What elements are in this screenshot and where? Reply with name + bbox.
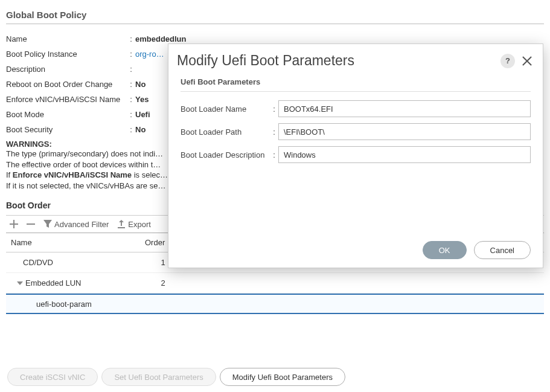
ok-button[interactable]: OK: [423, 241, 467, 259]
colon: :: [270, 104, 278, 114]
caret-down-icon[interactable]: [17, 281, 23, 285]
loader-name-input[interactable]: [278, 100, 531, 117]
add-button[interactable]: [10, 220, 18, 228]
modal-title: Modify Uefi Boot Parameters: [177, 53, 354, 69]
warning-text-bold: Enforce vNIC/vHBA/iSCSI Name: [13, 170, 132, 179]
warning-text: If: [6, 170, 13, 179]
colon: :: [270, 127, 278, 137]
colon: :: [127, 80, 135, 89]
export-button[interactable]: Export: [117, 220, 151, 229]
loader-path-label: Boot Loader Path: [181, 127, 270, 137]
prop-security-label: Boot Security: [6, 125, 127, 134]
colon: :: [270, 150, 278, 159]
cancel-button[interactable]: Cancel: [474, 241, 531, 259]
bottom-button-bar: Create iSCSI vNIC Set Uefi Boot Paramete…: [7, 368, 345, 386]
colon: :: [127, 95, 135, 104]
prop-mode-label: Boot Mode: [6, 110, 127, 119]
table-row[interactable]: Embedded LUN 2: [6, 273, 544, 294]
close-icon[interactable]: [521, 55, 533, 67]
export-label: Export: [128, 220, 151, 229]
prop-desc-label: Description: [6, 65, 127, 74]
remove-button[interactable]: [27, 220, 35, 228]
colon: :: [127, 50, 135, 59]
row-name: Embedded LUN: [25, 278, 82, 288]
loader-desc-input[interactable]: [278, 146, 531, 163]
prop-reboot-label: Reboot on Boot Order Change: [6, 80, 127, 89]
colon: :: [127, 65, 135, 74]
export-icon: [117, 220, 126, 228]
modify-uefi-params-button[interactable]: Modify Uefi Boot Parameters: [220, 368, 345, 386]
modal-subtitle: Uefi Boot Parameters: [181, 77, 531, 92]
create-iscsi-vnic-button: Create iSCSI vNIC: [7, 368, 98, 386]
set-uefi-params-button: Set Uefi Boot Parameters: [101, 368, 216, 386]
modify-uefi-modal: Modify Uefi Boot Parameters ? Uefi Boot …: [168, 43, 543, 268]
row-order: 2: [145, 278, 181, 288]
loader-path-input[interactable]: [278, 123, 531, 140]
row-name: CD/DVD: [23, 258, 53, 267]
prop-enforce-label: Enforce vNIC/vHBA/iSCSI Name: [6, 95, 127, 104]
prop-name-label: Name: [6, 34, 127, 43]
advanced-filter-label: Advanced Filter: [54, 220, 109, 229]
table-row-selected[interactable]: uefi-boot-param: [6, 294, 544, 314]
colon: :: [127, 125, 135, 134]
warning-text: is selec…: [132, 170, 168, 179]
colon: :: [127, 110, 135, 119]
filter-icon: [43, 220, 52, 228]
loader-name-label: Boot Loader Name: [181, 104, 270, 114]
help-icon[interactable]: ?: [500, 54, 515, 68]
row-name: uefi-boot-param: [36, 300, 92, 309]
colon: :: [127, 34, 135, 43]
col-name[interactable]: Name: [6, 238, 145, 247]
advanced-filter-button[interactable]: Advanced Filter: [43, 220, 109, 229]
prop-instance-label: Boot Policy Instance: [6, 50, 127, 59]
minus-icon: [27, 220, 35, 228]
plus-icon: [10, 220, 18, 228]
prop-name-value: embeddedlun: [135, 34, 544, 43]
loader-desc-label: Boot Loader Description: [181, 150, 270, 159]
page-title: Global Boot Policy: [6, 6, 544, 24]
